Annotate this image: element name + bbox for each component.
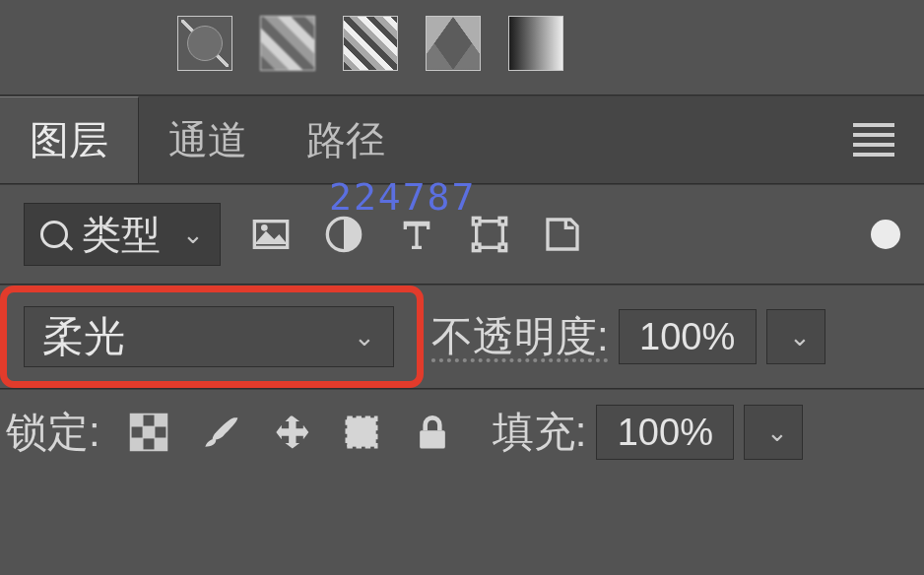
lock-artboard-icon[interactable] (339, 410, 384, 455)
filter-type-label: 类型 (82, 208, 161, 262)
fill-value-input[interactable]: 100% (596, 405, 734, 460)
filter-smartobject-icon[interactable] (540, 212, 585, 257)
svg-rect-12 (130, 438, 143, 451)
svg-rect-11 (142, 426, 155, 439)
tab-bar-spacer (415, 96, 924, 183)
filter-adjustment-icon[interactable] (321, 212, 366, 257)
tab-paths[interactable]: 路径 (277, 96, 415, 183)
preset-sharp-stripes-icon[interactable] (343, 16, 398, 71)
style-preset-toolbar (0, 0, 924, 95)
opacity-value-input[interactable]: 100% (619, 309, 757, 364)
preset-blur-stripes-icon[interactable] (260, 16, 315, 71)
search-icon (40, 221, 68, 248)
svg-rect-10 (154, 415, 166, 427)
chevron-down-icon: ⌄ (789, 322, 811, 352)
svg-point-1 (261, 224, 268, 231)
filter-shape-icon[interactable] (467, 212, 512, 257)
lock-all-icon[interactable] (410, 410, 455, 455)
blend-mode-dropdown-wrap: 柔光 ⌄ (0, 286, 394, 388)
blend-mode-value: 柔光 (42, 309, 125, 364)
lock-brush-icon[interactable] (197, 410, 242, 455)
lock-position-icon[interactable] (268, 410, 313, 455)
svg-rect-9 (130, 415, 143, 427)
chevron-down-icon: ⌄ (182, 220, 204, 250)
fill-control: 填充: 100% ⌄ (493, 405, 804, 460)
filter-type-dropdown[interactable]: 类型 ⌄ (24, 203, 221, 266)
filter-type-text-icon[interactable] (394, 212, 439, 257)
opacity-control: 不透明度: 100% ⌄ (431, 309, 825, 364)
opacity-dropdown-button[interactable]: ⌄ (766, 309, 825, 364)
opacity-label[interactable]: 不透明度: (431, 309, 609, 364)
tab-channels[interactable]: 通道 (139, 96, 277, 183)
preset-envelope-icon[interactable] (426, 16, 481, 71)
svg-rect-16 (420, 430, 445, 448)
chevron-down-icon: ⌄ (766, 417, 788, 448)
svg-rect-13 (154, 438, 166, 451)
svg-rect-15 (354, 425, 368, 440)
svg-rect-7 (499, 244, 506, 251)
preset-no-style-icon[interactable] (177, 16, 232, 71)
fill-label[interactable]: 填充: (493, 405, 587, 460)
svg-rect-4 (473, 218, 480, 224)
svg-rect-5 (499, 218, 506, 224)
panel-menu-icon[interactable] (853, 123, 894, 157)
svg-rect-6 (473, 244, 480, 251)
lock-label: 锁定: (6, 405, 100, 460)
preset-gradient-icon[interactable] (508, 16, 563, 71)
blend-mode-row: 柔光 ⌄ 不透明度: 100% ⌄ (0, 286, 924, 388)
tab-layers[interactable]: 图层 (0, 96, 139, 183)
chevron-down-icon: ⌄ (354, 322, 375, 352)
fill-dropdown-button[interactable]: ⌄ (744, 405, 803, 460)
lock-fill-row: 锁定: 填充: 100% ⌄ (0, 390, 924, 475)
filter-toggle-switch[interactable] (871, 220, 900, 249)
panel-tabs: 图层 通道 路径 (0, 96, 924, 183)
filter-pixel-icon[interactable] (248, 212, 294, 257)
layer-filter-row: 224787 类型 ⌄ (0, 185, 924, 284)
lock-transparency-icon[interactable] (126, 410, 171, 455)
blend-mode-dropdown[interactable]: 柔光 ⌄ (24, 306, 394, 367)
